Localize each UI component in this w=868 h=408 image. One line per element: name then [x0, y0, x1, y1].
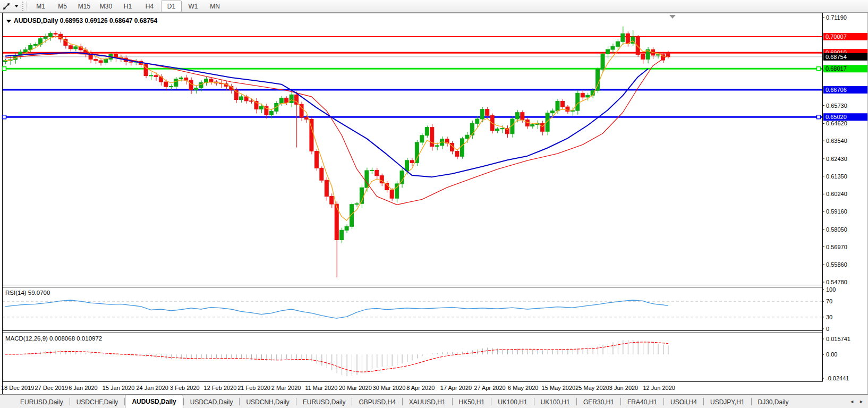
price-tick-label: 0.63540: [826, 138, 847, 144]
chart-title: AUDUSD,Daily 0.68953 0.69126 0.68647 0.6…: [14, 17, 158, 24]
candle-body: [149, 75, 153, 76]
date-label: 30 Mar 2020: [373, 385, 406, 391]
scroll-right-icon[interactable]: ►: [859, 395, 864, 408]
candle-body: [320, 168, 324, 180]
rsi-tick-label: 0: [826, 326, 829, 332]
date-label: 8 Apr 2020: [406, 385, 435, 391]
candle-body: [455, 151, 459, 157]
candle-body: [405, 160, 409, 171]
line-drag-handle[interactable]: [3, 67, 6, 71]
timeframe-button-d1[interactable]: D1: [161, 1, 182, 12]
line-drag-handle[interactable]: [817, 67, 821, 71]
timeframe-button-m5[interactable]: M5: [52, 1, 73, 12]
candle-body: [330, 197, 334, 205]
date-label: 12 Jun 2020: [643, 385, 675, 391]
price-tick-label: 0.60240: [826, 191, 847, 197]
chart-tab-usdcnh-daily[interactable]: USDCNH,Daily: [240, 396, 295, 408]
candle-body: [345, 226, 348, 230]
chart-tab-eurusd-daily[interactable]: EURUSD,Daily: [296, 396, 352, 408]
price-tick-label: 0.58050: [826, 226, 847, 233]
date-label: 3 Jun 2020: [609, 385, 638, 391]
candle-body: [606, 49, 610, 54]
candle-body: [325, 180, 328, 196]
candle-body: [571, 110, 574, 112]
candle-body: [189, 80, 193, 90]
rsi-tick-label: 70: [826, 298, 832, 304]
candle-body: [169, 87, 173, 87]
candle-body: [500, 128, 504, 129]
candle-body: [586, 95, 590, 97]
price-tick-label: 0.61350: [826, 173, 847, 180]
date-label: 21 Feb 2020: [237, 385, 270, 391]
timeframe-button-m15[interactable]: M15: [74, 1, 95, 12]
candle-body: [194, 88, 198, 90]
chart-tab-dj30-daily[interactable]: DJ30,Daily: [752, 396, 795, 408]
candle-body: [179, 78, 183, 79]
candle-body: [250, 101, 253, 101]
timeframe-button-m1[interactable]: M1: [30, 1, 51, 12]
chart-tab-fra40-h1[interactable]: FRA40,H1: [621, 396, 663, 408]
chart-tab-hk50-h1[interactable]: HK50,H1: [453, 396, 491, 408]
date-label: 17 Apr 2020: [440, 385, 472, 391]
chevron-down-icon[interactable]: [13, 1, 20, 12]
candle-body: [410, 160, 414, 163]
price-tick-label: 0.71190: [826, 14, 847, 21]
chart-tab-usdjpy-h1[interactable]: USDJPY,H1: [704, 396, 751, 408]
candle-body: [556, 101, 559, 111]
price-chart[interactable]: 0.711900.701100.690000.679200.668100.657…: [0, 13, 868, 394]
line-drag-handle[interactable]: [817, 115, 821, 119]
scroll-left-icon[interactable]: ◄: [849, 395, 854, 408]
candle-body: [269, 111, 273, 115]
timeframe-button-m30[interactable]: M30: [96, 1, 116, 12]
candle-body: [279, 98, 283, 103]
candle-body: [611, 46, 615, 49]
candle-body: [415, 142, 419, 163]
chart-tab-bar: EURUSD,DailyUSDCHF,DailyAUDUSD,DailyUSDC…: [0, 394, 868, 408]
candle-body: [174, 79, 178, 87]
candle-body: [355, 203, 359, 205]
price-tick-label: 0.65730: [826, 103, 847, 109]
candle-body: [616, 41, 619, 46]
timeframe-button-w1[interactable]: W1: [183, 1, 203, 12]
candle-body: [566, 107, 569, 111]
chart-tab-usoil-h4[interactable]: USOil,H4: [664, 396, 703, 408]
candle-body: [400, 171, 404, 184]
timeframe-button-h4[interactable]: H4: [139, 1, 160, 12]
price-tick-label: 0.64620: [826, 120, 847, 126]
macd-tick-label: 0.015741: [826, 336, 850, 342]
chart-background: [0, 13, 868, 394]
toolbar-grip[interactable]: [22, 2, 27, 11]
chart-tab-uk100-h1[interactable]: UK100,H1: [491, 396, 533, 408]
candle-body: [486, 109, 489, 116]
line-drag-handle[interactable]: [3, 115, 6, 119]
chart-tab-audusd-daily[interactable]: AUDUSD,Daily: [125, 395, 183, 408]
candle-body: [129, 62, 133, 62]
candle-body: [340, 230, 344, 240]
candle-body: [420, 135, 424, 142]
candle-body: [370, 170, 373, 171]
chart-cursor-icon[interactable]: [0, 1, 13, 12]
macd-tick-label: -0.02441: [826, 375, 849, 381]
date-label: 18 Dec 2019: [1, 385, 34, 391]
candle-body: [390, 190, 394, 198]
chart-tab-usdcad-daily[interactable]: USDCAD,Daily: [184, 396, 240, 408]
chart-tab-gbpusd-h4[interactable]: GBPUSD,H4: [352, 396, 402, 408]
candle-body: [29, 46, 32, 50]
candle-body: [626, 33, 629, 44]
price-tick-label: 0.59160: [826, 208, 847, 215]
date-label: 6 May 2020: [508, 385, 538, 391]
candle-body: [365, 171, 369, 188]
candle-body: [531, 125, 534, 126]
date-label: 27 Dec 2019: [35, 385, 68, 391]
timeframe-button-mn[interactable]: MN: [205, 1, 225, 12]
price-line-label: 0.70007: [826, 33, 847, 40]
timeframe-button-h1[interactable]: H1: [117, 1, 138, 12]
chart-tab-eurusd-daily[interactable]: EURUSD,Daily: [14, 396, 70, 408]
chart-tab-usdchf-daily[interactable]: USDCHF,Daily: [70, 396, 125, 408]
chart-tab-ger30-h1[interactable]: GER30,H1: [577, 396, 620, 408]
chart-tab-uk100-h1[interactable]: UK100,H1: [534, 396, 576, 408]
rsi-tick-label: 30: [826, 314, 832, 320]
candle-body: [480, 109, 484, 119]
rsi-tick-label: 100: [826, 286, 836, 293]
chart-tab-xauusd-h1[interactable]: XAUUSD,H1: [403, 396, 452, 408]
